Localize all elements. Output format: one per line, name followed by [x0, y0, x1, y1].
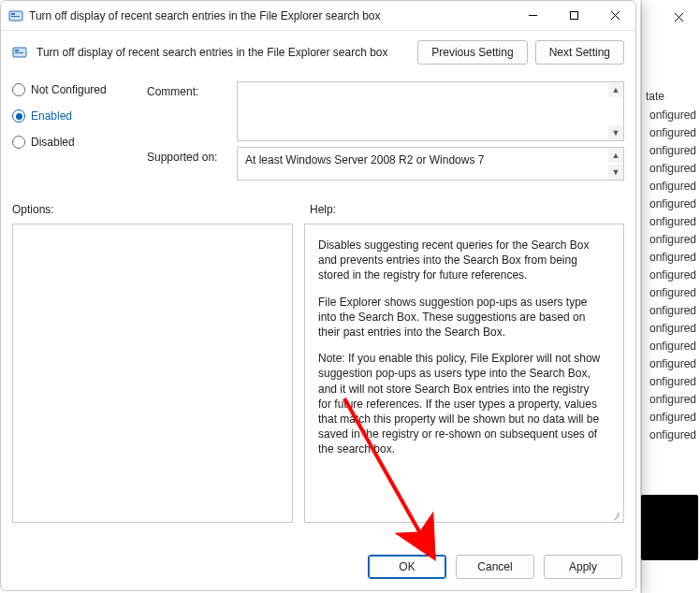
ok-button[interactable]: OK: [368, 555, 446, 579]
bg-state-item[interactable]: onfigured: [646, 409, 696, 427]
svg-rect-5: [15, 50, 19, 51]
radio-icon: [12, 136, 25, 149]
bg-state-item[interactable]: onfigured: [646, 320, 696, 338]
state-radio-group: Not Configured Enabled Disabled: [12, 81, 134, 186]
close-button[interactable]: [594, 2, 635, 30]
help-pane: Disables suggesting recent queries for t…: [304, 224, 624, 523]
bg-state-item[interactable]: onfigured: [646, 249, 696, 267]
help-text: Disables suggesting recent queries for t…: [305, 224, 623, 477]
bg-titlebar: [642, 0, 700, 34]
scroll-down-icon[interactable]: ▼: [608, 125, 623, 140]
bg-state-item[interactable]: onfigured: [646, 178, 696, 195]
bg-state-item[interactable]: onfigured: [646, 338, 696, 355]
radio-disabled[interactable]: Disabled: [12, 136, 134, 149]
window-title: Turn off display of recent search entrie…: [29, 9, 512, 22]
supported-on-value: At least Windows Server 2008 R2 or Windo…: [238, 148, 623, 172]
scroll-up-icon[interactable]: ▲: [608, 82, 623, 97]
next-setting-button[interactable]: Next Setting: [535, 40, 624, 65]
radio-enabled[interactable]: Enabled: [12, 109, 134, 123]
radio-not-configured[interactable]: Not Configured: [12, 83, 134, 96]
supported-on-box: At least Windows Server 2008 R2 or Windo…: [237, 147, 624, 181]
comment-textbox[interactable]: ▲ ▼: [237, 81, 624, 141]
svg-rect-1: [11, 13, 15, 15]
minimize-button[interactable]: [512, 2, 553, 30]
svg-rect-6: [15, 52, 23, 53]
bg-state-item[interactable]: onfigured: [646, 355, 696, 373]
help-paragraph: Disables suggesting recent queries for t…: [318, 238, 601, 283]
bg-state-list: onfiguredonfiguredonfiguredonfiguredonfi…: [646, 107, 696, 444]
help-paragraph: File Explorer shows suggestion pop-ups a…: [318, 295, 601, 340]
radio-icon: [12, 83, 25, 96]
bg-close-button[interactable]: [657, 2, 700, 32]
bg-state-item[interactable]: onfigured: [646, 302, 696, 320]
bg-column-header: tate: [646, 90, 664, 103]
bg-state-item[interactable]: onfigured: [646, 391, 696, 409]
titlebar: Turn off display of recent search entrie…: [1, 1, 635, 31]
help-paragraph: Note: If you enable this policy, File Ex…: [318, 351, 601, 456]
radio-icon: [12, 109, 25, 123]
scroll-up-icon[interactable]: ▲: [608, 148, 623, 163]
policy-icon: [8, 8, 23, 23]
supported-on-label: Supported on:: [147, 147, 227, 164]
maximize-button[interactable]: [553, 2, 594, 30]
bg-state-item[interactable]: onfigured: [646, 284, 696, 302]
bg-state-item[interactable]: onfigured: [646, 213, 696, 231]
policy-dialog: Turn off display of recent search entrie…: [0, 0, 636, 591]
bg-state-item[interactable]: onfigured: [646, 107, 696, 124]
bg-state-item[interactable]: onfigured: [646, 160, 696, 178]
bg-state-item[interactable]: onfigured: [646, 142, 696, 160]
resize-grip-icon[interactable]: [610, 509, 621, 520]
apply-button[interactable]: Apply: [544, 555, 622, 579]
bg-state-item[interactable]: onfigured: [646, 124, 696, 142]
policy-icon: [12, 45, 27, 60]
svg-rect-2: [11, 16, 20, 17]
radio-label: Disabled: [31, 136, 75, 149]
options-pane: [12, 224, 293, 523]
radio-label: Enabled: [31, 109, 72, 123]
comment-value: [238, 82, 623, 94]
bg-state-item[interactable]: onfigured: [646, 195, 696, 213]
svg-rect-3: [570, 12, 577, 20]
stage: tate onfiguredonfiguredonfiguredonfigure…: [0, 0, 700, 593]
policy-subtitle: Turn off display of recent search entrie…: [35, 46, 410, 59]
radio-label: Not Configured: [31, 83, 107, 96]
bg-state-item[interactable]: onfigured: [646, 427, 696, 444]
bg-state-item[interactable]: onfigured: [646, 231, 696, 249]
bg-state-item[interactable]: onfigured: [646, 267, 696, 284]
previous-setting-button[interactable]: Previous Setting: [417, 40, 527, 65]
options-label: Options:: [12, 203, 310, 216]
scroll-down-icon[interactable]: ▼: [608, 165, 623, 180]
bg-state-item[interactable]: onfigured: [646, 373, 696, 391]
help-label: Help:: [310, 203, 336, 216]
bg-preview-strip: [641, 495, 698, 560]
comment-label: Comment:: [147, 81, 227, 98]
cancel-button[interactable]: Cancel: [456, 555, 534, 579]
